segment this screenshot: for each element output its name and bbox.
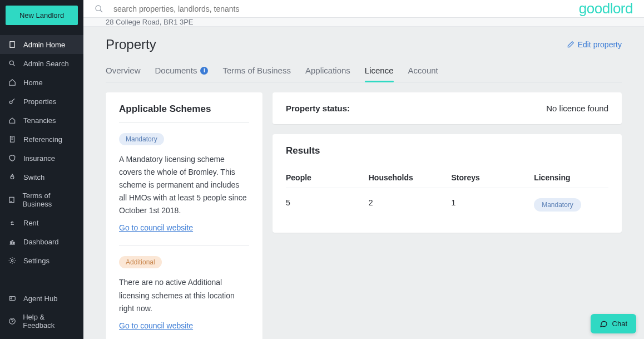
- results-table: People Households Storeys Licensing 5 2 …: [286, 168, 608, 222]
- scheme-pill-additional: Additional: [119, 256, 162, 268]
- sidebar-item-agent-hub[interactable]: Agent Hub: [0, 289, 83, 308]
- scheme-description: There are no active Additional licensing…: [119, 276, 249, 315]
- sidebar-item-label: Agent Hub: [23, 294, 57, 303]
- search-input[interactable]: [113, 4, 579, 13]
- col-storeys: Storeys: [451, 173, 534, 182]
- cell-licensing: Mandatory: [534, 198, 608, 212]
- flame-icon: [8, 173, 17, 181]
- key-icon: [8, 97, 17, 106]
- status-value: No licence found: [546, 104, 608, 113]
- sidebar-item-properties[interactable]: Properties: [0, 92, 83, 111]
- document-icon: [8, 135, 17, 144]
- svg-rect-0: [10, 42, 14, 48]
- sidebar-item-settings[interactable]: Settings: [0, 251, 83, 270]
- building-icon: [8, 40, 17, 49]
- sidebar-item-terms[interactable]: Terms of Business: [0, 186, 83, 213]
- licensing-pill: Mandatory: [534, 198, 581, 212]
- cell-households: 2: [369, 198, 452, 212]
- shield-icon: [8, 154, 17, 163]
- breadcrumb: 28 College Road, BR1 3PE: [83, 18, 644, 27]
- sidebar-item-home[interactable]: Home: [0, 73, 83, 92]
- edit-property-label: Edit property: [578, 40, 622, 49]
- sidebar-item-label: Insurance: [23, 154, 55, 163]
- house-icon: [8, 116, 17, 125]
- scheme-description: A Mandatory licensing scheme covers the …: [119, 153, 249, 217]
- pencil-icon: [567, 41, 574, 48]
- schemes-heading: Applicable Schemes: [119, 104, 249, 115]
- results-heading: Results: [286, 145, 608, 156]
- tab-licence[interactable]: Licence: [365, 61, 394, 82]
- gear-icon: [8, 256, 17, 265]
- search-icon: [95, 4, 103, 13]
- chat-button[interactable]: Chat: [591, 314, 636, 333]
- applicable-schemes-card: Applicable Schemes Mandatory A Mandatory…: [106, 92, 262, 339]
- tab-account[interactable]: Account: [408, 61, 438, 82]
- svg-line-6: [13, 65, 15, 66]
- property-status-card: Property status: No licence found: [273, 92, 622, 124]
- sidebar-item-rent[interactable]: Rent: [0, 213, 83, 232]
- council-website-link[interactable]: Go to council website: [119, 223, 193, 232]
- sidebar-item-label: Dashboard: [23, 238, 59, 246]
- sidebar-item-switch[interactable]: Switch: [0, 168, 83, 186]
- info-badge-icon: i: [200, 67, 208, 75]
- svg-point-7: [9, 101, 12, 104]
- content: Property Edit property Overview Document…: [83, 27, 644, 339]
- status-label: Property status:: [286, 104, 350, 113]
- col-households: Households: [369, 173, 452, 182]
- table-row: 5 2 1 Mandatory: [286, 188, 608, 222]
- results-card: Results People Households Storeys Licens…: [273, 134, 622, 233]
- tab-terms[interactable]: Terms of Business: [222, 61, 291, 82]
- sidebar-item-referencing[interactable]: Referencing: [0, 130, 83, 149]
- sidebar-item-label: Help & Feedback: [23, 313, 76, 330]
- home-icon: [8, 78, 17, 87]
- sidebar-item-label: Referencing: [23, 135, 62, 144]
- search-icon: [8, 59, 17, 68]
- svg-rect-14: [12, 240, 13, 244]
- sidebar-item-help[interactable]: Help & Feedback: [0, 308, 83, 335]
- tab-applications[interactable]: Applications: [305, 61, 350, 82]
- cell-storeys: 1: [451, 198, 534, 212]
- tab-label: Documents: [155, 66, 197, 75]
- sidebar-item-label: Admin Search: [23, 60, 69, 68]
- council-website-link[interactable]: Go to council website: [119, 321, 193, 330]
- svg-point-5: [9, 61, 13, 65]
- edit-property-link[interactable]: Edit property: [567, 40, 622, 49]
- scheme-pill-mandatory: Mandatory: [119, 133, 164, 145]
- tab-overview[interactable]: Overview: [106, 61, 141, 82]
- sidebar-item-label: Tenancies: [23, 116, 56, 125]
- sidebar-item-dashboard[interactable]: Dashboard: [0, 232, 83, 251]
- sidebar-item-label: Home: [23, 78, 43, 87]
- svg-point-18: [11, 298, 12, 299]
- svg-point-20: [96, 6, 101, 11]
- chart-icon: [8, 237, 17, 246]
- sidebar-item-admin-search[interactable]: Admin Search: [0, 54, 83, 73]
- sidebar-item-label: Admin Home: [23, 41, 65, 49]
- sidebar-item-label: Settings: [23, 257, 49, 265]
- main: goodlord 28 College Road, BR1 3PE Proper…: [83, 0, 644, 339]
- id-icon: [8, 294, 17, 303]
- page-title: Property: [106, 37, 156, 52]
- sidebar: New Landlord Admin Home Admin Search Hom…: [0, 0, 83, 339]
- help-icon: [8, 317, 16, 326]
- chat-label: Chat: [612, 320, 627, 328]
- sidebar-item-insurance[interactable]: Insurance: [0, 149, 83, 168]
- cell-people: 5: [286, 198, 369, 212]
- pound-icon: [8, 218, 17, 227]
- chat-icon: [600, 320, 608, 328]
- col-licensing: Licensing: [534, 173, 608, 182]
- svg-line-21: [100, 10, 102, 12]
- sidebar-item-tenancies[interactable]: Tenancies: [0, 111, 83, 130]
- topbar: goodlord: [83, 0, 644, 18]
- sidebar-item-label: Properties: [23, 97, 56, 106]
- sidebar-item-label: Terms of Business: [22, 191, 76, 208]
- sidebar-item-admin-home[interactable]: Admin Home: [0, 35, 83, 54]
- tab-documents[interactable]: Documents i: [155, 61, 209, 82]
- logo: goodlord: [579, 0, 633, 17]
- new-landlord-button[interactable]: New Landlord: [6, 6, 78, 25]
- tabs: Overview Documents i Terms of Business A…: [106, 61, 622, 82]
- svg-point-16: [11, 259, 13, 262]
- sidebar-item-label: Rent: [23, 219, 38, 227]
- sidebar-item-label: Switch: [23, 173, 44, 181]
- svg-rect-13: [11, 242, 12, 244]
- col-people: People: [286, 173, 369, 182]
